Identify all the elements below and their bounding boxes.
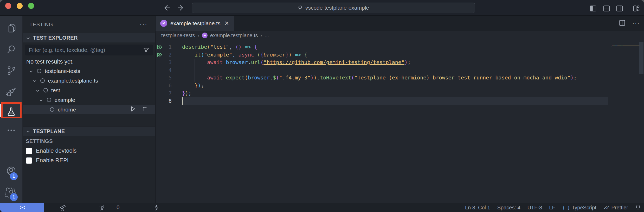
code-editor[interactable]: 1describe("test", () => {2 it("example",… [156,40,644,203]
status-ln-8-col-1[interactable]: Ln 8, Col 1 [465,205,490,211]
tree-item-example[interactable]: example [23,95,155,105]
section-title: TESTPLANE [33,128,65,134]
settings-badge: 1 [10,193,18,201]
test-state-icon [47,98,51,102]
code-line-4[interactable]: 4 [156,66,644,74]
setting-row: Enable REPL [26,157,70,164]
status-utf-8[interactable]: UTF-8 [527,205,542,211]
gutter-spacer [156,66,164,74]
chevron-down-icon[interactable] [39,98,43,102]
code-line-6[interactable]: 6 }); [156,82,644,90]
code-line-7[interactable]: 7}); [156,90,644,97]
close-window-button[interactable] [5,3,11,9]
status-typescript[interactable]: { }TypeScript [562,205,596,211]
checkbox-label[interactable]: Enable devtools [36,147,77,154]
editor-more-actions-icon[interactable]: ··· [632,20,640,27]
command-center-search[interactable]: vscode-testplane-example [192,3,475,13]
status-lf[interactable]: LF [549,205,555,211]
section-test-explorer[interactable]: TEST EXPLORER [23,33,155,42]
line-number: 4 [164,66,172,74]
more-views-icon[interactable] [0,124,22,136]
code-line-2[interactable]: 2 it("example", async ({browser}) => { [156,51,644,59]
status-spaces-4[interactable]: Spaces: 4 [497,205,520,211]
source-control-icon[interactable] [0,65,22,77]
tree-item-example.testplane.ts[interactable]: example.testplane.ts [23,76,155,85]
tree-item-test[interactable]: test [23,85,155,95]
checkbox[interactable] [26,148,32,154]
toggle-panel-icon[interactable] [603,5,610,12]
section-testplane[interactable]: TESTPLANE [23,127,155,136]
test-filter-input[interactable]: Filter (e.g. text, !exclude, @tag) [25,45,153,55]
run-and-debug-icon[interactable] [0,85,22,97]
line-number: 6 [164,82,172,90]
run-test-icon[interactable] [130,106,136,113]
editor-group: example.testplane.ts ✕ ··· testplane-tes… [156,16,644,203]
test-tree: testplane-testsexample.testplane.tsteste… [23,66,155,114]
test-state-icon [43,88,48,92]
setting-row: Enable devtools [26,147,77,154]
tree-item-label: chrome [58,107,76,113]
breadcrumb-item[interactable]: testplane-tests [161,33,195,39]
telescope-icon[interactable] [59,204,66,211]
run-test-gutter-icon[interactable] [156,43,164,51]
chevron-down-icon [26,36,30,40]
testplane-file-icon [160,20,167,27]
line-number: 2 [164,51,172,59]
chevron-down-icon [26,129,30,134]
breadcrumb-item[interactable]: example.testplane.ts [210,33,258,39]
line-number: 8 [164,97,172,105]
notifications-bell-icon[interactable] [635,204,641,211]
filter-icon[interactable] [143,47,149,53]
remote-indicator[interactable]: >< [0,203,44,212]
toggle-primary-sidebar-icon[interactable] [589,5,597,12]
chevron-down-icon[interactable] [32,78,37,83]
toggle-secondary-sidebar-icon[interactable] [616,5,623,12]
breadcrumb-separator: › [198,33,199,38]
tree-item-label: test [51,87,60,93]
ports-icon[interactable] [98,204,105,211]
go-to-test-icon[interactable] [142,106,148,113]
back-arrow-icon[interactable] [162,3,171,12]
checkbox-label[interactable]: Enable REPL [36,157,70,164]
customize-layout-icon[interactable] [633,5,640,12]
test-state-icon [37,69,41,73]
testing-sidebar: TESTING ··· TEST EXPLORER Filter (e.g. t… [23,16,156,203]
run-test-gutter-icon[interactable] [156,51,164,59]
tree-item-testplane-tests[interactable]: testplane-tests [23,66,155,76]
gutter-spacer [156,74,164,82]
line-number: 5 [164,74,172,82]
close-tab-icon[interactable]: ✕ [224,20,229,27]
tree-item-label: example.testplane.ts [48,78,98,84]
tab-example-testplane-ts[interactable]: example.testplane.ts ✕ [156,16,234,31]
zoom-window-button[interactable] [28,3,34,9]
tree-item-label: example [55,97,75,103]
panel-title: TESTING [29,22,53,28]
code-line-3[interactable]: 3 await browser.url("https://github.com/… [156,59,644,66]
workspace-title: vscode-testplane-example [305,5,369,11]
checkbox[interactable] [26,157,32,164]
breadcrumb-item[interactable]: ... [265,33,269,39]
forward-arrow-icon[interactable] [176,3,185,12]
accounts-badge: 1 [10,172,18,180]
activity-bar: 1 1 [0,16,22,203]
code-line-1[interactable]: 1describe("test", () => { [156,43,644,51]
search-icon[interactable] [0,43,22,55]
lightning-icon[interactable] [153,204,160,211]
minimap[interactable] [610,42,640,49]
ports-count[interactable]: 0 [117,204,120,210]
scrollbar-slider[interactable] [639,42,643,74]
tree-item-label: testplane-tests [45,68,80,74]
breadcrumb-separator: › [261,33,262,38]
split-editor-icon[interactable] [619,20,626,27]
chevron-down-icon[interactable] [29,69,34,73]
titlebar: vscode-testplane-example [0,0,644,16]
explorer-icon[interactable] [0,22,22,34]
tree-item-chrome[interactable]: chrome [23,105,155,114]
chevron-down-icon[interactable] [35,88,40,93]
status-prettier[interactable]: ✓✓Prettier [603,205,628,211]
code-line-5[interactable]: 5 await expect(browser.$(".f4.my-3")).to… [156,74,644,82]
panel-more-actions-icon[interactable]: ··· [140,21,147,28]
line-number: 7 [164,90,172,97]
minimize-window-button[interactable] [17,3,23,9]
code-line-8[interactable]: 8 [156,97,644,105]
